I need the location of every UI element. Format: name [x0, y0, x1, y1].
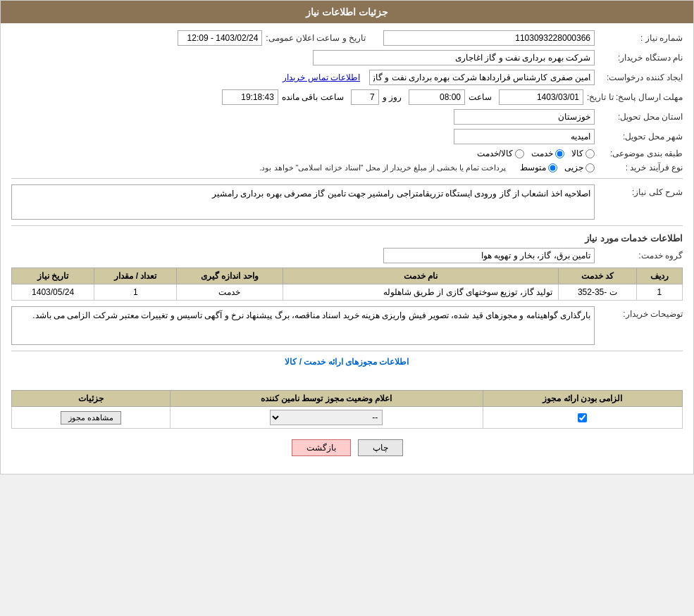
process-note: پرداخت تمام یا بخشی از مبلغ خریدار از مح… [259, 163, 506, 172]
cell-date: 1403/05/24 [12, 284, 94, 301]
response-deadline-label: مهلت ارسال پاسخ: تا تاریخ: [587, 92, 683, 102]
city-input[interactable] [454, 129, 595, 144]
spacer [11, 372, 683, 386]
page-header: جزئیات اطلاعات نیاز [1, 1, 693, 23]
col-service-code: کد خدمت [558, 268, 636, 284]
process-motavasset-label: متوسط [520, 163, 546, 172]
category-kala-radio[interactable] [585, 149, 595, 158]
buyer-org-label: نام دستگاه خریدار: [598, 53, 683, 63]
category-kala[interactable]: کالا [571, 149, 595, 158]
creator-label: ایجاد کننده درخواست: [598, 73, 683, 82]
divider-1 [11, 178, 683, 179]
service-group-label: گروه خدمت: [598, 251, 683, 260]
cell-code: ت -35-352 [558, 284, 636, 301]
service-group-input[interactable] [383, 248, 595, 263]
cell-name: تولید گاز، توزیع سوختهای گازی از طریق شا… [283, 284, 558, 301]
category-kala-khedmat[interactable]: کالا/خدمت [477, 149, 524, 158]
col-date: تاریخ نیاز [12, 268, 94, 284]
category-khedmat-label: خدمت [531, 149, 553, 158]
license-table: الزامی بودن ارائه مجوز اعلام وضعیت مجوز … [11, 390, 683, 429]
need-number-input[interactable] [383, 30, 595, 46]
city-label: شهر محل تحویل: [598, 132, 683, 142]
category-khedmat-radio[interactable] [555, 149, 564, 158]
process-jozi-label: جزیی [564, 163, 583, 172]
process-radio-group: جزیی متوسط [520, 163, 595, 172]
service-row: 1 ت -35-352 تولید گاز، توزیع سوختهای گاز… [12, 284, 683, 301]
back-button[interactable]: بازگشت [292, 439, 351, 456]
response-days-input[interactable] [351, 89, 379, 105]
col-license-status: اعلام وضعیت مجوز توسط نامین کننده [170, 391, 483, 407]
process-motavasset-radio[interactable] [548, 163, 557, 172]
cell-unit: خدمت [177, 284, 283, 301]
services-section-title: اطلاعات خدمات مورد نیاز [11, 233, 683, 244]
services-table: ردیف کد خدمت نام خدمت واحد اندازه گیری ت… [11, 268, 683, 301]
process-motavasset[interactable]: متوسط [520, 163, 557, 172]
license-status-cell: -- [170, 407, 483, 429]
remaining-time-input[interactable] [222, 89, 278, 105]
process-jozi[interactable]: جزیی [564, 163, 595, 172]
cell-quantity: 1 [94, 284, 177, 301]
remaining-time-label: ساعت باقی مانده [282, 92, 344, 102]
license-status-select[interactable]: -- [270, 410, 383, 425]
category-radio-group: کالا خدمت کالا/خدمت [477, 149, 595, 158]
license-details-cell: مشاهده مجوز [12, 407, 171, 429]
col-license-details: جزئیات [12, 391, 171, 407]
view-license-button[interactable]: مشاهده مجوز [61, 411, 121, 425]
page-title: جزئیات اطلاعات نیاز [306, 6, 388, 18]
category-kala-khedmat-label: کالا/خدمت [477, 149, 513, 158]
cell-row: 1 [636, 284, 682, 301]
need-description-text: اصلاحیه اخذ انشعاب از گاز ورودی ایستگاه … [212, 189, 590, 199]
province-input[interactable] [454, 109, 595, 125]
province-label: استان محل تحویل: [598, 112, 683, 122]
action-buttons: چاپ بازگشت [11, 439, 683, 456]
need-description-label: شرح کلی نیاز: [598, 187, 683, 197]
category-khedmat[interactable]: خدمت [531, 149, 564, 158]
response-time-input[interactable] [409, 89, 465, 105]
col-quantity: تعداد / مقدار [94, 268, 177, 284]
col-unit: واحد اندازه گیری [177, 268, 283, 284]
category-kala-khedmat-radio[interactable] [515, 149, 524, 158]
announcement-date-input[interactable] [178, 30, 262, 46]
buyer-org-input[interactable] [313, 50, 595, 65]
divider-2 [11, 225, 683, 226]
process-label: نوع فرآیند خرید : [598, 163, 683, 172]
need-number-label: شماره نیاز : [598, 33, 683, 43]
license-required-checkbox[interactable] [578, 413, 587, 422]
announcement-date-label: تاریخ و ساعت اعلان عمومی: [266, 33, 366, 43]
response-date-input[interactable] [499, 89, 583, 105]
col-row-num: ردیف [636, 268, 682, 284]
creator-input[interactable] [369, 70, 595, 85]
need-description-box: اصلاحیه اخذ انشعاب از گاز ورودی ایستگاه … [11, 184, 595, 220]
col-service-name: نام خدمت [283, 268, 558, 284]
category-label: طبقه بندی موضوعی: [598, 149, 683, 158]
col-license-required: الزامی بودن ارائه مجوز [483, 391, 682, 407]
buyer-notes-text: بارگذاری گواهینامه و مجوزهای قید شده، تص… [32, 310, 590, 320]
buyer-notes-box: بارگذاری گواهینامه و مجوزهای قید شده، تص… [11, 306, 595, 345]
license-row: -- مشاهده مجوز [12, 407, 683, 429]
response-days-label: روز و [383, 92, 402, 102]
category-kala-label: کالا [571, 149, 583, 158]
services-table-container: ردیف کد خدمت نام خدمت واحد اندازه گیری ت… [11, 268, 683, 301]
process-jozi-radio[interactable] [585, 163, 595, 172]
license-required-cell [483, 407, 682, 429]
divider-3 [11, 351, 683, 351]
license-section-subtitle: اطلاعات مجوزهای ارائه خدمت / کالا [11, 357, 683, 367]
creator-contact-link[interactable]: اطلاعات تماس خریدار [283, 73, 360, 82]
buyer-notes-label: توضیحات خریدار: [598, 309, 683, 319]
print-button[interactable]: چاپ [358, 439, 403, 456]
response-time-label: ساعت [469, 92, 492, 102]
